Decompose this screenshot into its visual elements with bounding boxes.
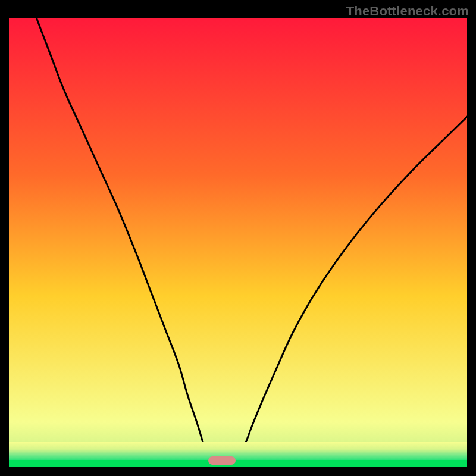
chart-frame: TheBottleneck.com [0, 0, 476, 476]
baseline-fade [9, 442, 467, 460]
baseline-strip [9, 460, 467, 467]
plot-area [9, 18, 467, 467]
plot-svg [9, 18, 467, 467]
heat-background-rect [9, 18, 467, 467]
minimum-marker [208, 456, 236, 465]
watermark-label: TheBottleneck.com [346, 4, 469, 19]
